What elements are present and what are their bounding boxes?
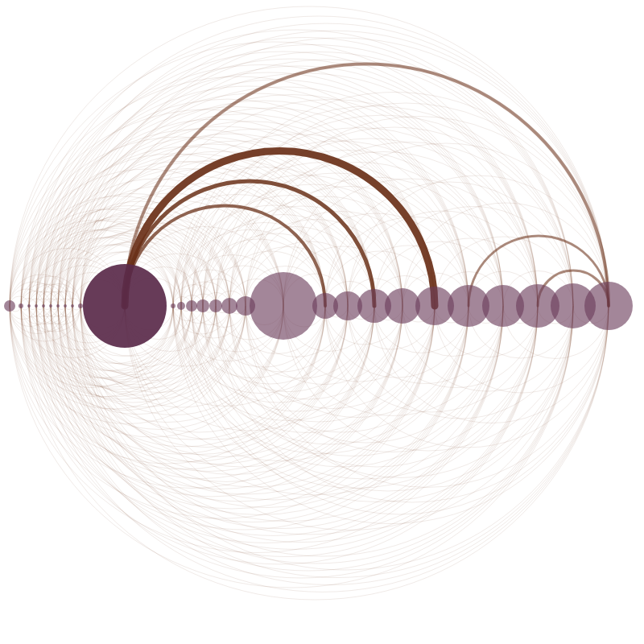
node-circle bbox=[71, 304, 74, 308]
node-circle bbox=[209, 299, 222, 312]
node-circle bbox=[64, 304, 67, 308]
node-circle bbox=[35, 304, 38, 308]
arc-edge bbox=[36, 306, 58, 317]
node-circle bbox=[250, 272, 317, 340]
node-circle bbox=[196, 299, 209, 312]
node-circle bbox=[584, 282, 633, 330]
node-circle bbox=[4, 300, 15, 312]
node-circle bbox=[49, 304, 52, 308]
node-circle bbox=[221, 298, 237, 314]
arc-edge bbox=[58, 306, 80, 317]
node-circle bbox=[385, 288, 420, 324]
node-circle bbox=[83, 264, 167, 348]
node-circle bbox=[186, 300, 197, 312]
node-circle bbox=[78, 303, 83, 308]
node-circle bbox=[56, 304, 60, 308]
node-circle bbox=[177, 302, 185, 310]
node-circle bbox=[42, 304, 45, 308]
arc-diagram bbox=[0, 0, 644, 644]
node-circle bbox=[19, 303, 23, 308]
node-circle bbox=[171, 303, 175, 308]
arc-edge bbox=[51, 306, 72, 317]
arc-edge bbox=[43, 306, 65, 317]
node-circle bbox=[27, 304, 31, 308]
